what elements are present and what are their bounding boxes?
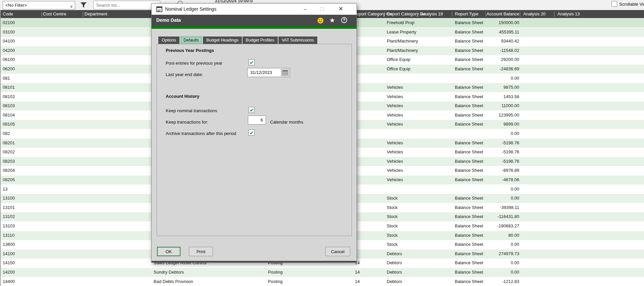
- chevron-down-icon: v: [70, 3, 72, 10]
- archive-transactions-label: Archive transactions after this period: [166, 131, 236, 136]
- calendar-icon[interactable]: [281, 69, 289, 76]
- keep-transactions-label: Keep transactions for:: [166, 120, 208, 125]
- cell-category: Stock: [387, 223, 450, 228]
- feedback-smiley-icon[interactable]: [317, 17, 324, 24]
- cancel-button[interactable]: Cancel: [325, 247, 350, 256]
- header-separator: [554, 12, 554, 17]
- window-icon: [156, 6, 162, 12]
- section-heading-previous-year: Previous Year Postings: [166, 48, 214, 53]
- ok-button[interactable]: OK: [157, 247, 180, 256]
- cell-category: Vehicles: [387, 177, 450, 182]
- column-header-report-category-co[interactable]: Report Category Co: [353, 11, 392, 16]
- cell-code: 13101: [3, 205, 40, 210]
- cell-name: Sundry Debtors: [154, 270, 264, 275]
- cell-category: Vehicles: [387, 159, 450, 164]
- keep-nominal-checkbox[interactable]: ✔: [249, 107, 255, 113]
- column-header-analysis-13[interactable]: Analysis 13: [557, 11, 580, 16]
- favorite-star-icon[interactable]: ★: [329, 16, 335, 24]
- cell-code: 14150: [3, 260, 40, 265]
- tab-defaults[interactable]: Defaults: [180, 36, 202, 44]
- cell-category: Vehicles: [387, 140, 450, 145]
- post-entries-checkbox[interactable]: ✔: [249, 59, 255, 65]
- help-icon[interactable]: ?: [341, 17, 347, 23]
- cell-balance: 274979.73: [460, 251, 519, 256]
- minimize-button[interactable]: –: [301, 5, 310, 13]
- cell-cat_code: 14: [355, 279, 365, 284]
- cell-code: 081: [3, 76, 40, 81]
- cell-category: Vehicles: [387, 85, 450, 90]
- tab-vat-submissions[interactable]: VAT Submissions: [278, 37, 318, 44]
- cell-balance: 150000.00: [460, 20, 519, 25]
- cell-code: 08204: [3, 168, 40, 173]
- cell-balance: -5198.76: [460, 149, 519, 154]
- table-row-14400[interactable]: 14400Bad Debts ProvisionPosting14Debtors…: [0, 277, 644, 286]
- print-button[interactable]: Print: [189, 247, 213, 256]
- cell-code: 02100: [3, 20, 40, 25]
- filter-funnel-icon[interactable]: [80, 1, 87, 9]
- column-header-analysis-19[interactable]: Analysis 19: [421, 11, 443, 16]
- filter-dropdown[interactable]: <No Filter> v: [3, 1, 75, 9]
- header-separator: [452, 12, 452, 17]
- header-separator: [418, 12, 418, 17]
- cell-category: Plant/Machinery: [387, 39, 450, 44]
- column-header-cost-centre[interactable]: Cost Centre: [43, 11, 66, 16]
- column-header-department[interactable]: Department: [85, 11, 107, 16]
- cell-code: 06100: [3, 57, 40, 62]
- tab-budget-profiles[interactable]: Budget Profiles: [243, 37, 278, 44]
- cell-acct_type: Posting: [268, 270, 322, 275]
- header-separator: [486, 12, 486, 17]
- nominal-ledger-settings-dialog: Nominal Ledger Settings – ✕ Demo Data ★ …: [151, 3, 357, 263]
- column-header-analysis-20[interactable]: Analysis 20: [523, 11, 545, 16]
- cell-balance: -4678.06: [460, 177, 519, 182]
- header-separator: [83, 12, 83, 17]
- cell-balance: 123995.00: [460, 113, 519, 118]
- scrollable-view-label: Scrollable Vie: [619, 2, 644, 7]
- maximize-button[interactable]: [318, 5, 326, 13]
- cell-code: 13110: [3, 233, 40, 238]
- column-header-report-category-de[interactable]: Report Category De: [387, 11, 426, 16]
- close-icon[interactable]: ✕: [336, 5, 345, 13]
- tab-budget-headings[interactable]: Budget Headings: [203, 37, 242, 44]
- cell-balance: 93440.42: [460, 39, 519, 44]
- cell-balance: 29200.00: [460, 57, 519, 62]
- dialog-title: Nominal Ledger Settings: [165, 6, 216, 12]
- column-header-code[interactable]: Code: [3, 11, 13, 16]
- cell-name: Bad Debts Provision: [154, 279, 264, 284]
- cell-cat_code: 14: [355, 270, 365, 275]
- cell-balance: 455395.11: [460, 29, 519, 34]
- cell-code: 13: [3, 187, 40, 192]
- search-input[interactable]: [93, 1, 160, 9]
- cell-category: Freehold Prop: [387, 20, 450, 25]
- cell-balance: 0.00: [460, 260, 519, 265]
- table-row-14200[interactable]: 14200Sundry DebtorsPosting14DebtorsBalan…: [0, 268, 644, 277]
- cell-category: Vehicles: [387, 103, 450, 108]
- cell-balance: 1453.58: [460, 94, 519, 99]
- cell-balance: -11548.02: [460, 48, 519, 53]
- cell-balance: -39398.11: [460, 205, 519, 210]
- cell-code: 13600: [3, 242, 40, 247]
- keep-nominal-label: Keep nominal transactions: [166, 108, 217, 113]
- cell-code: 04200: [3, 48, 40, 53]
- cell-balance: 9875.00: [460, 85, 519, 90]
- keep-transactions-input[interactable]: [248, 116, 266, 125]
- column-header-account-balance[interactable]: Account Balance: [466, 11, 519, 16]
- date-field-wrap: [247, 68, 290, 77]
- header-separator: [42, 12, 42, 17]
- cell-balance: -116431.80: [460, 214, 519, 219]
- cell-category: Debtors: [387, 279, 450, 284]
- cell-balance: 80.00: [460, 233, 519, 238]
- cell-code: 08105: [3, 122, 40, 127]
- last-year-end-date-input[interactable]: [248, 68, 280, 77]
- cell-balance: 0.00: [460, 131, 519, 136]
- archive-transactions-checkbox[interactable]: ✔: [249, 130, 255, 136]
- last-year-end-date-label: Last year end date:: [166, 72, 203, 77]
- green-accent-strip: [152, 26, 357, 29]
- cell-category: Stock: [387, 233, 450, 238]
- tab-options[interactable]: Options: [158, 37, 179, 44]
- cell-category: Stock: [387, 214, 450, 219]
- cell-code: 08101: [3, 85, 40, 90]
- scrollable-view-checkbox[interactable]: [611, 1, 617, 7]
- cell-balance: -190683.27: [460, 223, 519, 228]
- table-left-border: [0, 10, 1, 286]
- cell-category: Vehicles: [387, 149, 450, 154]
